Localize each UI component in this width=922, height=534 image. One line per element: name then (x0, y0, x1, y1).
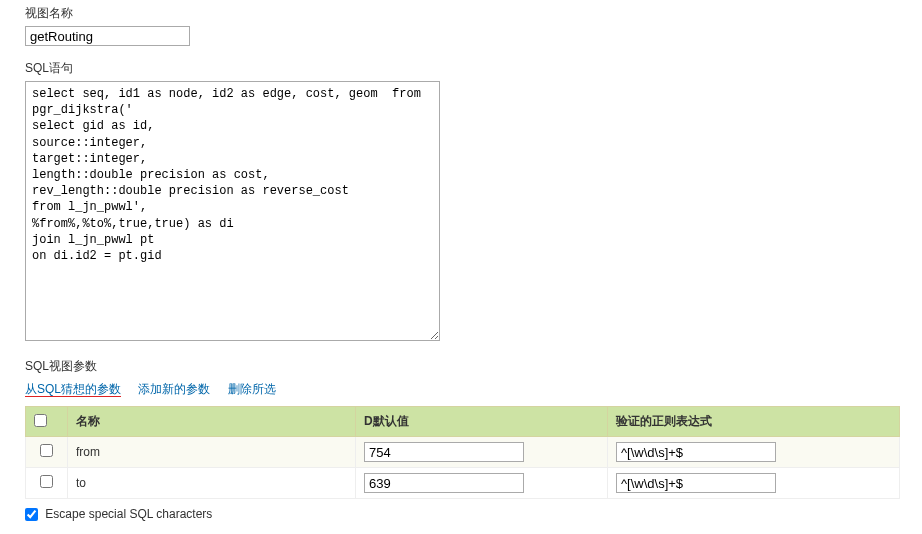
select-all-checkbox[interactable] (34, 414, 47, 427)
param-default-input[interactable] (364, 473, 524, 493)
view-name-group: 视图名称 (25, 5, 902, 46)
add-param-link[interactable]: 添加新的参数 (138, 382, 210, 396)
remove-param-link[interactable]: 删除所选 (228, 382, 276, 396)
row-checkbox[interactable] (40, 475, 53, 488)
sql-group: SQL语句 (25, 60, 902, 344)
params-section: SQL视图参数 从SQL猜想的参数 添加新的参数 删除所选 名称 D默认值 验证… (25, 358, 902, 521)
param-name: from (76, 445, 100, 459)
table-row: from (26, 437, 900, 468)
param-regex-input[interactable] (616, 473, 776, 493)
param-regex-input[interactable] (616, 442, 776, 462)
table-row: to (26, 468, 900, 499)
escape-label-wrapper[interactable]: Escape special SQL characters (25, 507, 212, 521)
escape-label: Escape special SQL characters (45, 507, 212, 521)
param-default-input[interactable] (364, 442, 524, 462)
escape-checkbox[interactable] (25, 508, 38, 521)
params-table: 名称 D默认值 验证的正则表达式 from to (25, 406, 900, 499)
sql-textarea[interactable] (25, 81, 440, 341)
params-link-row: 从SQL猜想的参数 添加新的参数 删除所选 (25, 381, 902, 398)
guess-params-link[interactable]: 从SQL猜想的参数 (25, 382, 121, 397)
view-name-input[interactable] (25, 26, 190, 46)
header-default: D默认值 (356, 407, 608, 437)
param-name: to (76, 476, 86, 490)
escape-row: Escape special SQL characters (25, 507, 902, 521)
header-check (26, 407, 68, 437)
header-name: 名称 (68, 407, 356, 437)
view-name-label: 视图名称 (25, 5, 902, 22)
header-regex: 验证的正则表达式 (608, 407, 900, 437)
row-checkbox[interactable] (40, 444, 53, 457)
sql-label: SQL语句 (25, 60, 902, 77)
params-label: SQL视图参数 (25, 358, 902, 375)
